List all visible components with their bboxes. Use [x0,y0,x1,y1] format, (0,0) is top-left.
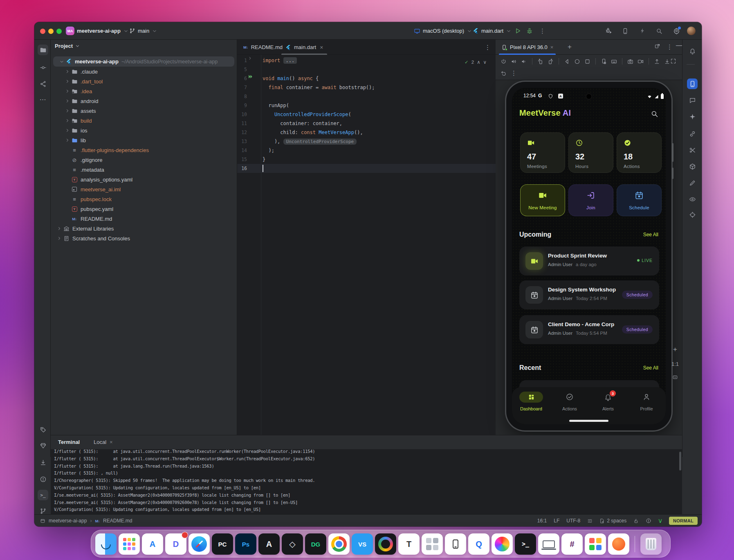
tree-item[interactable]: android [51,96,237,106]
tree-item[interactable]: build [51,116,237,125]
dock-icon-grid-app[interactable] [422,533,443,555]
phone-screen[interactable]: 12:54 G A MeetVerse AI 47 Meetings [512,88,666,424]
emulator-undo-icon[interactable] [501,70,507,76]
tree-chevron-icon[interactable] [64,89,71,94]
tree-item[interactable]: meetverse_ai.iml [51,184,237,194]
zoom-actual-button[interactable]: 1:1 [671,361,679,367]
dock-icon-pinwheel[interactable] [492,533,513,555]
meeting-card[interactable]: Client Demo - Acme Corp Admin UserToday … [519,315,659,344]
action-new-meeting[interactable]: New Meeting [520,184,565,216]
dock-icon-tower[interactable]: T [398,533,420,555]
indent-setting[interactable]: 2 spaces [599,518,626,524]
run-options-kebab[interactable]: ⋮ [539,22,545,40]
dock-icon-orange-app[interactable] [608,533,629,555]
dock-icon-app-store[interactable]: A [142,533,163,555]
tree-item[interactable]: ≡pubspec.lock [51,194,237,204]
app-links-icon[interactable] [687,128,698,139]
dock-icon-discord[interactable]: D [165,533,186,555]
dependencies-icon[interactable] [38,440,48,451]
tree-chevron-icon[interactable] [64,118,71,123]
dock-icon-trash[interactable] [640,533,662,555]
dock-icon-slack[interactable]: # [561,533,583,555]
downloads-icon[interactable] [38,457,48,468]
devices-kebab-icon[interactable]: ⋮ [667,43,673,51]
nav-profile[interactable]: Profile [627,387,666,424]
stat-card-actions[interactable]: 18 Actions [617,132,662,173]
gesture-bar[interactable] [569,420,608,422]
terminal-output[interactable]: I/flutter ( 5315): at java.util.concurre… [51,449,682,514]
emulator-rotr-icon[interactable] [548,58,554,65]
run-config-selector[interactable]: main.dart [473,22,512,40]
notifications-icon[interactable] [687,45,698,56]
dock-icon-launchpad[interactable] [119,533,140,555]
dock-icon-qoder[interactable]: Q [468,533,489,555]
emulator-back-icon[interactable] [564,58,570,65]
emulator-devset-icon[interactable] [601,58,607,65]
tree-chevron-icon[interactable] [64,128,71,133]
open-in-window-icon[interactable] [654,43,660,49]
tree-item[interactable]: M↓README.md [51,214,237,224]
debug-button[interactable] [526,22,533,40]
close-window-button[interactable] [40,29,45,34]
nav-alerts[interactable]: 3Alerts [589,387,627,424]
gemini-icon[interactable] [687,111,698,122]
close-icon[interactable]: × [550,44,554,50]
dock-icon-finder[interactable] [95,533,117,555]
emulator-keyboard-icon[interactable] [611,58,617,65]
dock-icon-chrome[interactable] [328,533,350,555]
meeting-card[interactable]: Product Sprint Review Admin Usera day ag… [519,246,659,276]
emulator-home-icon[interactable] [574,58,580,65]
line-separator[interactable]: LF [554,518,559,524]
tree-chevron-icon[interactable] [64,138,71,143]
tree-chevron-icon[interactable] [64,69,71,74]
meeting-card[interactable]: Design System Workshop Admin UserToday 2… [519,280,659,309]
close-icon[interactable]: × [320,44,323,51]
caret-position[interactable]: 16:1 [537,518,547,524]
project-panel-header[interactable]: Project [55,43,80,49]
tree-chevron-icon[interactable] [58,59,65,64]
minimize-window-button[interactable] [48,29,54,34]
hide-panel-icon[interactable]: — [676,42,682,49]
user-avatar[interactable] [687,22,696,40]
emulator-camera-icon[interactable] [627,58,633,65]
tree-item[interactable]: .idea [51,86,237,96]
tree-chevron-icon[interactable] [64,99,71,103]
tree-item[interactable]: .dart_tool [51,76,237,86]
dock-icon-safari[interactable] [189,533,210,555]
dock-icon-vscode[interactable]: VS [352,533,373,555]
emulator-upload-icon[interactable] [654,58,660,65]
app-insights-icon[interactable] [687,145,698,155]
tree-item[interactable]: meetverse-ai-app~/AndroidStudioProjects/… [53,56,234,67]
terminal-tab-local[interactable]: Local× [94,439,113,445]
project-icon[interactable] [38,45,48,55]
stat-card-hours[interactable]: 32 Hours [568,132,613,173]
tree-item[interactable]: .claude [51,67,237,76]
status-breadcrumb-file[interactable]: README.md [103,518,132,524]
tree-item[interactable]: Yanalysis_options.yaml [51,175,237,184]
tree-item[interactable]: ≡.flutter-plugins-dependencies [51,145,237,155]
emulator-rotl-icon[interactable] [537,58,543,65]
emulator-power-icon[interactable] [501,58,507,65]
more-tools-icon[interactable]: ⋯ [38,94,48,105]
emulator-download-icon[interactable] [664,58,670,65]
emulator-recents-icon[interactable] [584,58,590,65]
tree-item[interactable]: ios [51,125,237,135]
dock-icon-arc-app[interactable]: A [258,533,280,555]
tree-item[interactable]: assets [51,106,237,116]
emulator-record-icon[interactable] [637,58,644,65]
attach-debugger-icon[interactable] [605,22,612,40]
unlock-icon[interactable] [633,518,639,524]
upcoming-see-all-link[interactable]: See All [643,232,658,237]
tree-item[interactable]: External Libraries [51,224,237,233]
tree-chevron-icon[interactable] [56,236,63,241]
search-everywhere-icon[interactable] [656,22,662,40]
screen-sizes-icon[interactable] [687,209,698,220]
run-gutter-icon[interactable] [248,74,261,79]
dock-icon-cube-app[interactable]: ◇ [282,533,303,555]
dock-icon-terminal-app[interactable]: >_ [515,533,536,555]
emulator-expand-icon[interactable] [670,58,676,64]
tree-chevron-icon[interactable] [56,226,63,231]
close-icon[interactable]: × [110,439,113,445]
project-widget[interactable]: MA meetverse-ai-app [66,22,129,40]
zoom-in-button[interactable]: + [673,345,677,354]
